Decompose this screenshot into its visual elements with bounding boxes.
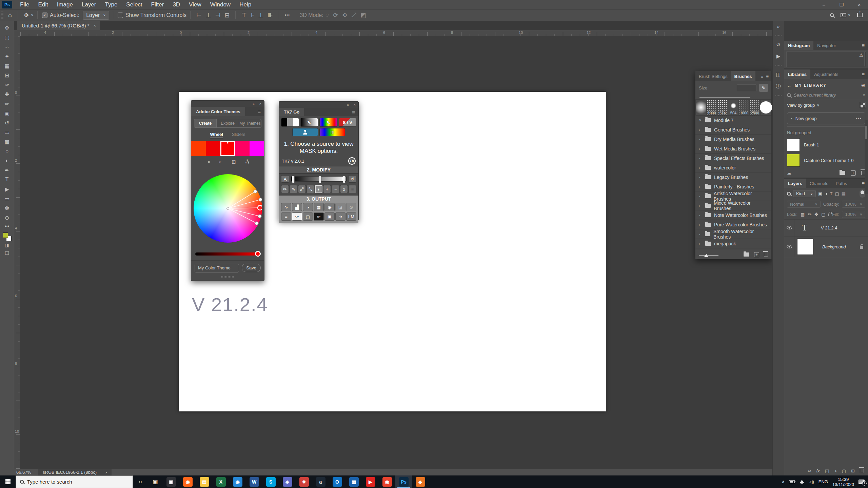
minimize-button[interactable]: – bbox=[815, 0, 833, 9]
close-button[interactable]: × bbox=[850, 0, 868, 9]
tab-brush-settings[interactable]: Brush Settings bbox=[695, 71, 731, 81]
restore-button[interactable]: ❐ bbox=[833, 0, 850, 9]
menu-3d[interactable]: 3D bbox=[168, 0, 184, 9]
wifi-icon[interactable] bbox=[799, 480, 805, 484]
auto-select-checkbox[interactable]: ✓ bbox=[42, 13, 47, 18]
link-layers-icon[interactable]: ∞ bbox=[808, 468, 811, 473]
layer-row-background[interactable]: Background bbox=[784, 236, 868, 257]
tool-rectangle[interactable]: ▭ bbox=[2, 194, 12, 203]
move-tool-icon[interactable]: ✥ bbox=[22, 12, 31, 19]
menu-edit[interactable]: Edit bbox=[34, 0, 52, 9]
paint-white-icon[interactable]: ✎ bbox=[290, 185, 297, 193]
brush-folder-mixed-watercolor[interactable]: ›Mixed Watercolor Brushes bbox=[695, 201, 771, 210]
tab-navigator[interactable]: Navigator bbox=[813, 41, 840, 50]
tones-source-button[interactable]: ✎ bbox=[300, 118, 318, 127]
taskbar-app-file-explorer[interactable]: ▤ bbox=[196, 475, 213, 488]
taskbar-app-edge[interactable]: ◉ bbox=[229, 475, 246, 488]
auto-select-target-dropdown[interactable]: Layer ∨ bbox=[83, 11, 109, 20]
menu-type[interactable]: Type bbox=[100, 0, 122, 9]
tab-explore[interactable]: Explore bbox=[217, 119, 239, 127]
subtract-icon[interactable]: − bbox=[332, 185, 339, 193]
grayscale-source-button[interactable] bbox=[281, 118, 299, 127]
tool-clone-stamp[interactable]: ▣ bbox=[2, 108, 12, 118]
close-document-icon[interactable]: × bbox=[93, 23, 96, 28]
collapse-panel-icon[interactable]: « bbox=[347, 103, 349, 107]
new-brush-icon[interactable]: + bbox=[754, 252, 759, 257]
blend-mode-dropdown[interactable]: Normal∨ bbox=[787, 201, 821, 208]
hidden-icons-chevron[interactable]: ∧ bbox=[782, 479, 785, 484]
brush-folder-megapack[interactable]: ›megapack bbox=[695, 239, 771, 248]
foreground-color-swatch[interactable] bbox=[3, 232, 8, 238]
tab-libraries[interactable]: Libraries bbox=[784, 69, 810, 79]
tab-channels[interactable]: Channels bbox=[806, 179, 832, 188]
tk7-panel-tab[interactable]: TK7 Go bbox=[279, 108, 304, 116]
tk7-a-button[interactable]: A bbox=[281, 175, 289, 183]
align-bottom-edges-icon[interactable]: ⊥ bbox=[256, 12, 265, 19]
new-group-icon[interactable] bbox=[840, 171, 845, 175]
black-brush-icon[interactable]: ✏ bbox=[314, 212, 324, 221]
tool-history-brush[interactable]: ↺ bbox=[2, 118, 12, 127]
collapse-panel-icon[interactable]: « bbox=[252, 102, 254, 106]
contract-mask-icon[interactable]: ⤡ bbox=[307, 185, 314, 193]
history-icon[interactable]: ↺ bbox=[776, 42, 781, 48]
histogram-warning-icon[interactable]: ⚠ bbox=[859, 53, 863, 58]
brush-folder-general[interactable]: ›General Brushes bbox=[695, 125, 771, 135]
spectrum-source-button[interactable]: ✎ bbox=[319, 118, 337, 127]
align-right-edges-icon[interactable]: ⊣ bbox=[213, 12, 222, 19]
filter-kind-dropdown[interactable]: Kind ∨ bbox=[793, 190, 816, 197]
3d-panel-icon[interactable]: ◫ bbox=[776, 72, 781, 78]
menu-help[interactable]: Help bbox=[235, 0, 256, 9]
3d-pan-icon[interactable]: ✥ bbox=[340, 12, 349, 19]
expand-mask-icon[interactable]: ⤢ bbox=[298, 185, 306, 193]
tab-create[interactable]: Create bbox=[194, 119, 217, 127]
tool-rectangular-marquee[interactable]: ▢ bbox=[2, 33, 12, 42]
collapse-panels-icon[interactable]: « bbox=[777, 24, 780, 29]
library-group-new-group[interactable]: › New group ••• bbox=[787, 112, 865, 124]
brightness-slider-handle[interactable] bbox=[255, 251, 261, 257]
subtab-wheel[interactable]: Wheel bbox=[210, 132, 223, 138]
clock[interactable]: 15:39 13/11/2020 bbox=[832, 477, 854, 487]
panel-menu-icon[interactable]: ≡ bbox=[859, 72, 868, 77]
3d-slide-icon[interactable]: ⤢ bbox=[350, 12, 358, 19]
taskbar-app-onedrive[interactable]: ▦ bbox=[346, 475, 362, 488]
3d-roll-icon[interactable]: ⟳ bbox=[331, 12, 340, 19]
lock-transparent-icon[interactable]: ▨ bbox=[801, 212, 805, 217]
taskbar-app-office[interactable]: ❖ bbox=[296, 475, 312, 488]
visibility-toggle[interactable] bbox=[784, 220, 794, 236]
brush-folder-note-watercolor[interactable]: ›Note Watercolor Brushes bbox=[695, 210, 771, 220]
subtab-sliders[interactable]: Sliders bbox=[232, 132, 245, 138]
apply-icon[interactable]: ➔ bbox=[335, 212, 346, 221]
add-content-icon[interactable]: + bbox=[851, 170, 856, 176]
multiply-icon[interactable]: x bbox=[340, 185, 348, 193]
taskbar-search-input[interactable]: Type here to search bbox=[16, 475, 133, 488]
invert-mask-icon[interactable]: ◐ bbox=[315, 185, 323, 193]
filter-shape-icon[interactable]: ▢ bbox=[835, 191, 839, 196]
actions-icon[interactable]: ▶ bbox=[776, 53, 781, 59]
close-panel-icon[interactable]: × bbox=[259, 102, 261, 106]
brush-folder-painterly[interactable]: ›Painterly - Brushes bbox=[695, 182, 771, 191]
selection-icon[interactable]: ▢ bbox=[303, 212, 313, 221]
3d-orbit-icon[interactable]: ◌ bbox=[323, 12, 331, 19]
set-foreground-icon[interactable]: ⇥ bbox=[205, 159, 210, 165]
menu-layer[interactable]: Layer bbox=[77, 0, 101, 9]
battery-icon[interactable] bbox=[789, 480, 795, 483]
taskbar-app-youtube[interactable]: ▶ bbox=[362, 475, 379, 488]
distribute-vertically-icon[interactable]: ⊪ bbox=[265, 12, 275, 19]
taskbar-app-photos[interactable]: ◈ bbox=[279, 475, 296, 488]
taskbar-app-amazon[interactable]: a bbox=[312, 475, 329, 488]
tool-zoom[interactable]: ⊙ bbox=[2, 213, 12, 222]
share-icon[interactable] bbox=[857, 13, 863, 17]
tool-eyedropper[interactable]: ✑ bbox=[2, 80, 12, 89]
layer-mask-icon[interactable]: ◱ bbox=[825, 468, 829, 473]
slider-thumb[interactable] bbox=[704, 254, 708, 257]
start-button[interactable] bbox=[0, 475, 16, 488]
lock-position-icon[interactable]: ✥ bbox=[814, 212, 818, 217]
more-options-icon[interactable]: ••• bbox=[283, 13, 292, 18]
theme-swatch-4[interactable] bbox=[235, 141, 250, 156]
tool-type[interactable]: T bbox=[2, 175, 12, 184]
menu-lines-icon[interactable]: ≡ bbox=[281, 212, 291, 221]
brush-folder-smooth-watercolor[interactable]: ›Smooth Watercolor Brushes bbox=[695, 229, 771, 239]
menu-filter[interactable]: Filter bbox=[147, 0, 169, 9]
brush-folder-dry-media[interactable]: ›Dry Media Brushes bbox=[695, 135, 771, 144]
save-theme-button[interactable]: Save bbox=[242, 264, 261, 272]
